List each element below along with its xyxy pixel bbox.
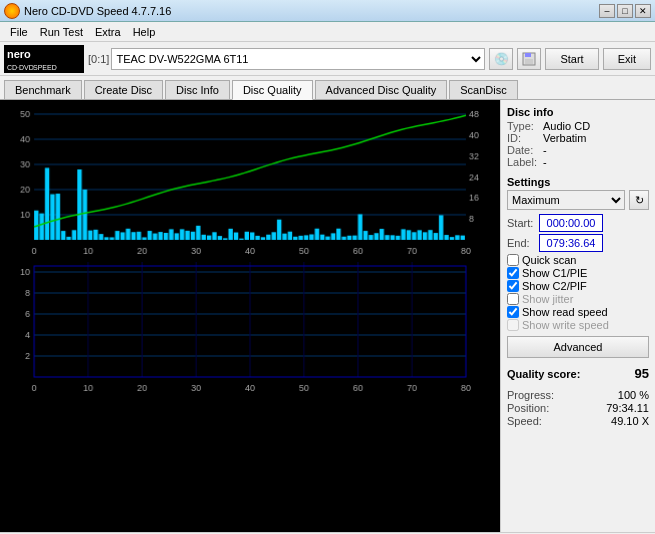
show-write-speed-checkbox[interactable] (507, 319, 519, 331)
tab-create-disc[interactable]: Create Disc (84, 80, 163, 99)
tab-scan-disc[interactable]: ScanDisc (449, 80, 517, 99)
start-time-row: Start: (507, 214, 649, 232)
quality-section: Quality score: 95 (507, 362, 649, 381)
disc-type-row: Type: Audio CD (507, 120, 649, 132)
show-c1-checkbox[interactable] (507, 267, 519, 279)
disc-info-title: Disc info (507, 106, 649, 118)
tab-benchmark[interactable]: Benchmark (4, 80, 82, 99)
show-read-speed-row: Show read speed (507, 306, 649, 318)
progress-value: 100 % (618, 389, 649, 401)
exit-button[interactable]: Exit (603, 48, 651, 70)
disc-label-value: - (543, 156, 547, 168)
disc-type-label: Type: (507, 120, 539, 132)
start-button[interactable]: Start (545, 48, 598, 70)
show-jitter-checkbox[interactable] (507, 293, 519, 305)
show-jitter-label[interactable]: Show jitter (522, 293, 573, 305)
refresh-button[interactable]: ↻ (629, 190, 649, 210)
disc-label-label: Label: (507, 156, 539, 168)
position-row: Position: 79:34.11 (507, 402, 649, 414)
menu-bar: File Run Test Extra Help (0, 22, 655, 42)
end-time-input[interactable] (539, 234, 603, 252)
chart-area (0, 100, 500, 532)
speed-value: 49.10 X (611, 415, 649, 427)
svg-rect-4 (525, 53, 531, 57)
progress-row: Progress: 100 % (507, 389, 649, 401)
disc-date-row: Date: - (507, 144, 649, 156)
disc-type-value: Audio CD (543, 120, 590, 132)
app-icon (4, 3, 20, 19)
settings-title: Settings (507, 176, 649, 188)
show-c2-label[interactable]: Show C2/PIF (522, 280, 587, 292)
svg-text:SPEED: SPEED (33, 64, 57, 71)
restore-button[interactable]: □ (617, 4, 633, 18)
quality-row: Quality score: 95 (507, 366, 649, 381)
toolbar: nero CD·DVD SPEED [0:1] TEAC DV-W522GMA … (0, 42, 655, 76)
minimize-button[interactable]: – (599, 4, 615, 18)
show-c1-row: Show C1/PIE (507, 267, 649, 279)
end-time-row: End: (507, 234, 649, 252)
quick-scan-row: Quick scan (507, 254, 649, 266)
main-content: Disc info Type: Audio CD ID: Verbatim Da… (0, 100, 655, 532)
disc-date-value: - (543, 144, 547, 156)
disc-id-row: ID: Verbatim (507, 132, 649, 144)
show-write-speed-label[interactable]: Show write speed (522, 319, 609, 331)
show-c1-label[interactable]: Show C1/PIE (522, 267, 587, 279)
close-button[interactable]: ✕ (635, 4, 651, 18)
title-bar-text: Nero CD-DVD Speed 4.7.7.16 (24, 5, 171, 17)
show-read-speed-checkbox[interactable] (507, 306, 519, 318)
speed-label: Speed: (507, 415, 542, 427)
save-button[interactable] (517, 48, 541, 70)
end-label: End: (507, 237, 535, 249)
app-logo: nero CD·DVD SPEED (4, 45, 84, 73)
show-c2-checkbox[interactable] (507, 280, 519, 292)
disc-label-row: Label: - (507, 156, 649, 168)
position-label: Position: (507, 402, 549, 414)
mode-row: Maximum ↻ (507, 190, 649, 210)
svg-text:nero: nero (7, 48, 31, 60)
mode-select[interactable]: Maximum (507, 190, 625, 210)
title-bar: Nero CD-DVD Speed 4.7.7.16 – □ ✕ (0, 0, 655, 22)
disc-id-value: Verbatim (543, 132, 586, 144)
right-panel: Disc info Type: Audio CD ID: Verbatim Da… (500, 100, 655, 532)
position-value: 79:34.11 (606, 402, 649, 414)
show-c2-row: Show C2/PIF (507, 280, 649, 292)
progress-section: Progress: 100 % Position: 79:34.11 Speed… (507, 389, 649, 428)
quick-scan-checkbox[interactable] (507, 254, 519, 266)
disc-id-label: ID: (507, 132, 539, 144)
drive-label: [0:1] (88, 53, 109, 65)
tab-advanced-disc-quality[interactable]: Advanced Disc Quality (315, 80, 448, 99)
top-chart (4, 104, 496, 260)
menu-run-test[interactable]: Run Test (34, 24, 89, 40)
settings-section: Settings Maximum ↻ Start: End: Quick sca… (507, 176, 649, 358)
svg-text:CD·DVD: CD·DVD (7, 64, 34, 71)
speed-row: Speed: 49.10 X (507, 415, 649, 427)
quality-score-label: Quality score: (507, 368, 580, 380)
drive-select[interactable]: TEAC DV-W522GMA 6T11 (111, 48, 485, 70)
show-write-speed-row: Show write speed (507, 319, 649, 331)
bottom-chart (4, 262, 496, 398)
menu-help[interactable]: Help (127, 24, 162, 40)
drive-icon-button[interactable]: 💿 (489, 48, 513, 70)
show-read-speed-label[interactable]: Show read speed (522, 306, 608, 318)
quick-scan-label[interactable]: Quick scan (522, 254, 576, 266)
show-jitter-row: Show jitter (507, 293, 649, 305)
start-label: Start: (507, 217, 535, 229)
disc-date-label: Date: (507, 144, 539, 156)
menu-extra[interactable]: Extra (89, 24, 127, 40)
start-time-input[interactable] (539, 214, 603, 232)
tab-disc-quality[interactable]: Disc Quality (232, 80, 313, 100)
svg-rect-5 (525, 59, 533, 64)
quality-score-value: 95 (635, 366, 649, 381)
progress-label: Progress: (507, 389, 554, 401)
tabs-bar: Benchmark Create Disc Disc Info Disc Qua… (0, 76, 655, 100)
menu-file[interactable]: File (4, 24, 34, 40)
tab-disc-info[interactable]: Disc Info (165, 80, 230, 99)
disc-info-section: Disc info Type: Audio CD ID: Verbatim Da… (507, 106, 649, 168)
advanced-button[interactable]: Advanced (507, 336, 649, 358)
